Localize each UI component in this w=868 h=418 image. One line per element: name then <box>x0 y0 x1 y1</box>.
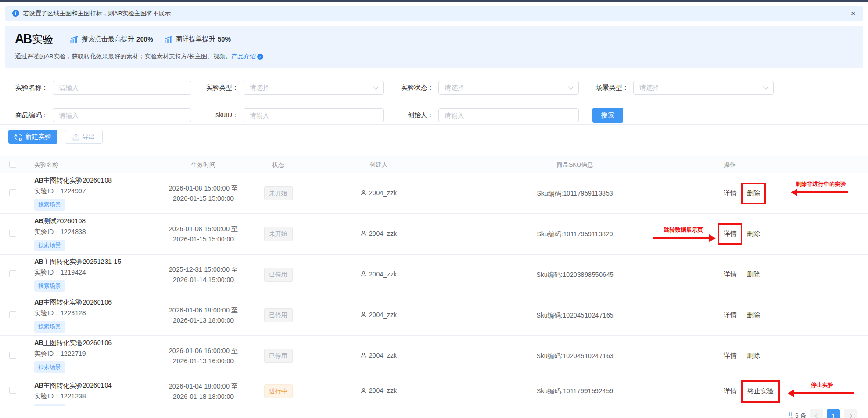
experiment-id: 实验ID：1224997 <box>34 187 164 196</box>
pagination: 共 6 条 1 <box>0 409 857 418</box>
select-all-checkbox[interactable] <box>9 161 16 168</box>
status-badge: 未开始 <box>264 227 293 241</box>
select-placeholder: 请选择 <box>250 84 269 92</box>
stat-label: 搜索点击最高提升 <box>82 35 134 43</box>
annotation-stop-hint: 停止实验 <box>790 381 854 394</box>
detail-action[interactable]: 详情 <box>724 352 737 360</box>
close-icon[interactable]: ✕ <box>850 10 856 17</box>
creator-cell: 2004_zzk <box>360 230 397 237</box>
terminate-action[interactable]: 终止实验 <box>741 380 780 403</box>
experiment-name-input[interactable] <box>53 81 191 95</box>
col-header-sku: 商品SKU信息 <box>444 161 664 169</box>
chevron-down-icon <box>373 84 378 89</box>
sku-info: Sku编码:10117991592459 <box>537 387 613 395</box>
sku-id-input[interactable] <box>244 108 384 122</box>
delete-action[interactable]: 删除 <box>747 230 760 238</box>
page-number-button[interactable]: 1 <box>827 409 840 418</box>
red-arrow-left <box>790 392 854 394</box>
row-checkbox[interactable] <box>9 387 16 394</box>
experiment-status-select[interactable]: 请选择 <box>438 81 579 95</box>
next-page-button[interactable] <box>844 409 857 418</box>
experiment-name: AB主图转化实验20260106 <box>34 298 164 307</box>
section-divider <box>0 124 868 125</box>
creator-cell: 2004_zzk <box>360 387 397 394</box>
experiment-name: AB主图转化实验20260108 <box>34 176 164 185</box>
filter-label-experiment-status: 实验状态： <box>399 84 434 92</box>
filter-label-experiment-name: 实验名称： <box>14 84 48 92</box>
annotation-delete-hint: 删除非进行中的实验 <box>793 180 848 193</box>
filter-label-experiment-type: 实验类型： <box>206 84 239 92</box>
experiment-table: 实验名称 生效时间 状态 创建人 商品SKU信息 操作 AB主图转化实验2026… <box>0 156 868 406</box>
person-icon <box>360 271 366 277</box>
experiment-id: 实验ID：1222719 <box>34 350 164 358</box>
experiment-name: AB主图转化实验20251231-15 <box>34 257 164 266</box>
person-icon <box>360 190 366 196</box>
sku-info: Sku编码:10117959113853 <box>537 190 613 197</box>
product-intro-link[interactable]: 产品介绍 <box>231 52 256 61</box>
creator-input[interactable] <box>438 108 579 122</box>
table-row: AB主图转化实验20260106 实验ID：1222719 搜索场景 2026-… <box>0 336 868 376</box>
row-checkbox[interactable] <box>9 352 16 359</box>
effective-time: 2026-01-08 15:00:00 至2026-01-15 15:00:00 <box>164 183 243 204</box>
table-row: AB主图转化实验20260104 实验ID：1221238 搜索场景 2026-… <box>0 376 868 406</box>
sku-info: Sku编码:10204510247163 <box>536 352 613 360</box>
search-button[interactable]: 搜索 <box>592 108 623 123</box>
export-button[interactable]: 导出 <box>65 130 103 144</box>
col-header-name: 实验名称 <box>23 161 164 169</box>
row-checkbox[interactable] <box>9 270 16 277</box>
effective-time: 2026-01-06 16:00:00 至2026-01-13 16:00:00 <box>164 346 243 366</box>
detail-action[interactable]: 详情 <box>724 311 737 319</box>
detail-action[interactable]: 详情 <box>718 223 742 245</box>
chevron-right-icon <box>847 413 852 418</box>
col-header-time: 生效时间 <box>164 161 243 169</box>
row-checkbox[interactable] <box>9 189 16 196</box>
person-icon <box>360 352 366 358</box>
window-top-edge <box>0 0 868 2</box>
product-code-input[interactable] <box>53 108 191 122</box>
chart-up-icon <box>70 36 79 43</box>
table-row: AB主图转化实验20260106 实验ID：1223128 搜索场景 2026-… <box>0 295 868 336</box>
scene-tag: 搜索场景 <box>34 280 65 292</box>
detail-action[interactable]: 详情 <box>724 189 737 198</box>
status-badge: 未开始 <box>264 186 293 200</box>
experiment-type-select[interactable]: 请选择 <box>244 81 384 95</box>
effective-time: 2025-12-31 15:00:00 至2026-01-14 15:00:00 <box>164 264 243 285</box>
annotation-detail-hint: 跳转数据展示页 <box>653 226 713 239</box>
info-icon: i <box>12 10 19 17</box>
detail-action[interactable]: 详情 <box>724 387 737 396</box>
scene-tag: 搜索场景 <box>34 404 65 406</box>
row-checkbox[interactable] <box>9 230 16 237</box>
scene-tag: 搜索场景 <box>34 199 65 211</box>
stat-label: 商详提单提升 <box>176 35 215 43</box>
table-row: AB测试20260108 实验ID：1224838 搜索场景 2026-01-0… <box>0 214 868 255</box>
creator-cell: 2004_zzk <box>360 189 397 197</box>
experiment-id: 实验ID：1221238 <box>34 392 164 401</box>
delete-action[interactable]: 删除 <box>747 352 760 360</box>
status-badge: 已停用 <box>264 308 293 322</box>
logo-ab-glyph: AB <box>15 32 31 46</box>
hero-card: AB 实验 搜索点击最高提升 200% 商详提单提升 50 <box>5 26 863 68</box>
row-checkbox[interactable] <box>9 311 16 318</box>
creator-cell: 2004_zzk <box>360 311 397 319</box>
red-arrow-left <box>793 191 848 193</box>
notice-text: 若设置了区域主图和主图打标，则AB实验主图将不展示 <box>23 9 171 18</box>
delete-action[interactable]: 删除 <box>747 311 760 319</box>
experiment-name: AB主图转化实验20260106 <box>34 339 164 347</box>
experiment-id: 实验ID：1219424 <box>34 269 164 277</box>
table-row: AB主图转化实验20251231-15 实验ID：1219424 搜索场景 20… <box>0 255 868 295</box>
export-label: 导出 <box>82 133 95 141</box>
scene-tag: 搜索场景 <box>34 361 65 373</box>
experiment-id: 实验ID：1223128 <box>34 309 164 318</box>
scene-type-select[interactable]: 请选择 <box>633 81 774 95</box>
col-header-ops: 操作 <box>664 161 868 169</box>
status-badge: 已停用 <box>264 268 293 282</box>
detail-action[interactable]: 详情 <box>724 270 737 279</box>
prev-page-button[interactable] <box>810 409 823 418</box>
select-placeholder: 请选择 <box>639 84 659 92</box>
scene-tag: 搜索场景 <box>34 321 65 333</box>
info-icon: i <box>257 54 263 60</box>
delete-action[interactable]: 删除 <box>741 183 766 204</box>
new-experiment-button[interactable]: A B 新建实验 <box>8 130 57 144</box>
person-icon <box>360 312 366 318</box>
delete-action[interactable]: 删除 <box>747 270 760 279</box>
